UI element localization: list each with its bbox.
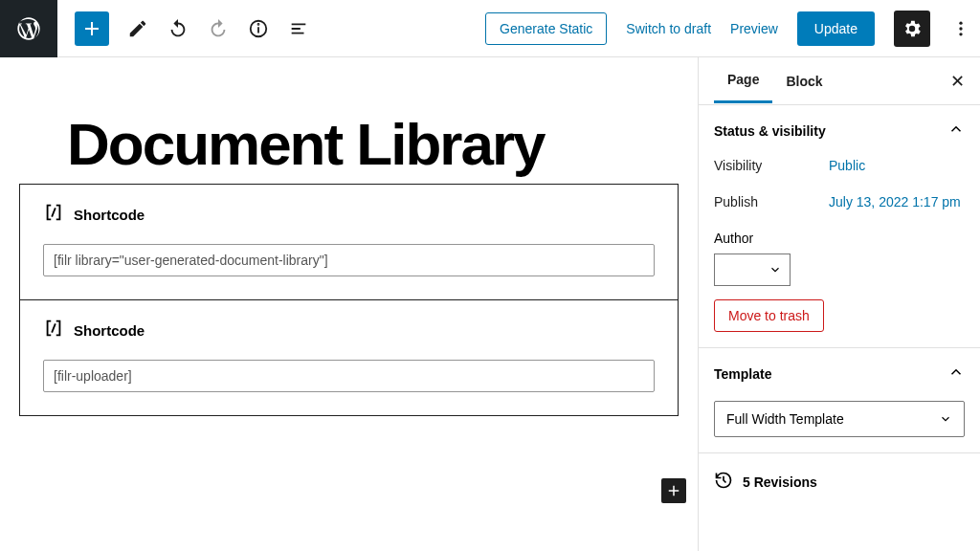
svg-point-4 xyxy=(959,27,962,30)
visibility-value[interactable]: Public xyxy=(829,158,865,173)
svg-point-5 xyxy=(959,33,962,35)
settings-button[interactable] xyxy=(894,11,930,47)
shortcode-input-1[interactable] xyxy=(43,244,655,276)
shortcode-block-2[interactable]: Shortcode xyxy=(19,299,679,416)
chevron-up-icon xyxy=(947,364,965,384)
revisions-label: 5 Revisions xyxy=(743,474,817,490)
svg-point-2 xyxy=(258,23,259,24)
generate-static-button[interactable]: Generate Static xyxy=(485,12,607,45)
chevron-up-icon xyxy=(947,121,965,141)
add-block-after-button[interactable] xyxy=(661,478,686,503)
undo-icon[interactable] xyxy=(167,17,189,40)
template-value: Full Width Template xyxy=(726,411,844,427)
info-icon[interactable] xyxy=(247,17,270,40)
preview-link[interactable]: Preview xyxy=(730,21,778,36)
publish-value[interactable]: July 13, 2022 1:17 pm xyxy=(829,194,961,209)
publish-label: Publish xyxy=(714,194,829,209)
editor-topbar: Generate Static Switch to draft Preview … xyxy=(0,0,980,57)
block-label: Shortcode xyxy=(74,322,145,339)
tab-block[interactable]: Block xyxy=(772,60,835,102)
shortcode-icon xyxy=(43,318,64,342)
history-icon xyxy=(714,471,733,493)
block-label: Shortcode xyxy=(74,207,145,223)
shortcode-block-1[interactable]: Shortcode xyxy=(19,184,679,300)
move-to-trash-button[interactable]: Move to trash xyxy=(714,299,824,332)
list-view-icon[interactable] xyxy=(287,17,310,40)
editor-canvas: Document Library Shortcode Shortcode xyxy=(0,57,698,551)
author-select[interactable] xyxy=(714,253,791,286)
close-sidebar-button[interactable]: ✕ xyxy=(950,71,965,92)
panel-title: Template xyxy=(714,366,771,382)
shortcode-icon xyxy=(43,202,64,227)
switch-to-draft-link[interactable]: Switch to draft xyxy=(626,21,711,36)
page-title[interactable]: Document Library xyxy=(67,115,679,174)
add-block-button[interactable] xyxy=(75,11,109,46)
shortcode-input-2[interactable] xyxy=(43,360,655,392)
template-select[interactable]: Full Width Template xyxy=(714,401,965,437)
more-options-button[interactable] xyxy=(949,19,972,38)
visibility-label: Visibility xyxy=(714,158,829,173)
wordpress-logo[interactable] xyxy=(0,0,57,57)
tab-page[interactable]: Page xyxy=(714,58,772,103)
tools-icon[interactable] xyxy=(126,17,149,40)
redo-icon[interactable] xyxy=(207,17,230,40)
svg-point-3 xyxy=(959,21,962,24)
panel-title: Status & visibility xyxy=(714,123,826,139)
update-button[interactable]: Update xyxy=(797,11,875,46)
author-label: Author xyxy=(714,231,965,246)
settings-sidebar: Page Block ✕ Status & visibility Visibil… xyxy=(698,57,980,551)
status-visibility-panel-toggle[interactable]: Status & visibility xyxy=(714,121,965,141)
template-panel-toggle[interactable]: Template xyxy=(714,364,965,384)
revisions-link[interactable]: 5 Revisions xyxy=(699,453,980,510)
